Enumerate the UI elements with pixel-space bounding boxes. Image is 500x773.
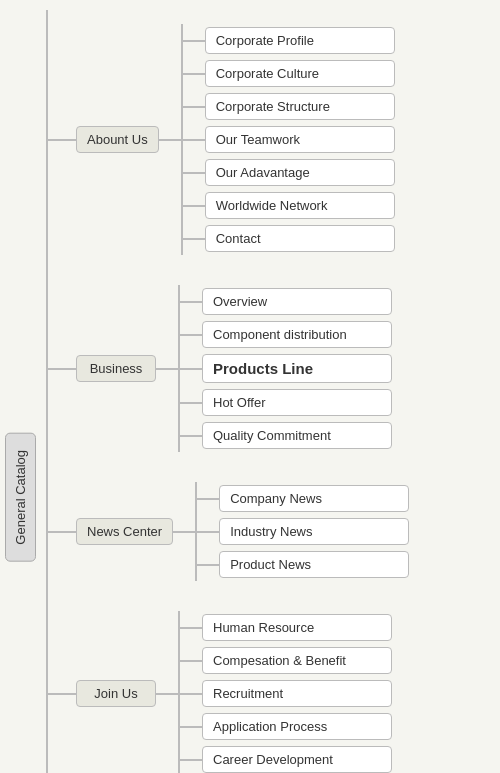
sub-item-label-contact[interactable]: Contact: [205, 225, 395, 252]
sub-item-label-our-teamwork[interactable]: Our Teamwork: [205, 126, 395, 153]
sub-item-row-application-process: Application Process: [180, 713, 392, 740]
sub-item-label-our-advantage[interactable]: Our Adavantage: [205, 159, 395, 186]
h-connector-about-us: [48, 139, 76, 141]
sub-item-label-corporate-structure[interactable]: Corporate Structure: [205, 93, 395, 120]
h-sub-connector-application-process: [180, 726, 202, 728]
section-row-about-us: Abount UsCorporate ProfileCorporate Cult…: [48, 24, 420, 255]
h-sub-connector-overview: [180, 301, 202, 303]
sub-item-row-hot-offer: Hot Offer: [180, 389, 392, 416]
all-sections: Abount UsCorporate ProfileCorporate Cult…: [48, 10, 420, 773]
tree-wrapper: General Catalog Abount UsCorporate Profi…: [5, 10, 495, 773]
sub-item-row-human-resource: Human Resource: [180, 614, 392, 641]
sub-item-row-corporate-profile: Corporate Profile: [183, 27, 395, 54]
root-label[interactable]: General Catalog: [5, 433, 36, 562]
sub-item-row-product-news: Product News: [197, 551, 409, 578]
sub-item-label-corporate-profile[interactable]: Corporate Profile: [205, 27, 395, 54]
h-connector-business: [48, 368, 76, 370]
h-sub-connector-our-advantage: [183, 172, 205, 174]
sub-items-col-about-us: Corporate ProfileCorporate CultureCorpor…: [183, 24, 395, 255]
sub-item-row-quality-commitment: Quality Commitment: [180, 422, 392, 449]
sub-item-row-industry-news: Industry News: [197, 518, 409, 545]
sub-item-label-component-distribution[interactable]: Component distribution: [202, 321, 392, 348]
h-sub-connector-component-distribution: [180, 334, 202, 336]
sub-item-row-recruitment: Recruitment: [180, 680, 392, 707]
section-node-news-center[interactable]: News Center: [76, 518, 173, 545]
h-sub-connector-worldwide-network: [183, 205, 205, 207]
section-gap-1: [48, 458, 420, 476]
h-sub-connector-our-teamwork: [183, 139, 205, 141]
h-connector-news-center: [48, 531, 76, 533]
sub-item-row-contact: Contact: [183, 225, 395, 252]
subtree-about-us: Corporate ProfileCorporate CultureCorpor…: [181, 24, 395, 255]
section-row-business: BusinessOverviewComponent distributionPr…: [48, 285, 420, 452]
sub-item-row-component-distribution: Component distribution: [180, 321, 392, 348]
section-node-business[interactable]: Business: [76, 355, 156, 382]
sub-item-row-products-line: Products Line: [180, 354, 392, 383]
section-gap-0: [48, 261, 420, 279]
sub-item-row-career-development: Career Development: [180, 746, 392, 773]
sub-item-label-product-news[interactable]: Product News: [219, 551, 409, 578]
section-gap-2: [48, 587, 420, 605]
section-node-join-us[interactable]: Join Us: [76, 680, 156, 707]
sub-item-label-quality-commitment[interactable]: Quality Commitment: [202, 422, 392, 449]
sub-items-col-business: OverviewComponent distributionProducts L…: [180, 285, 392, 452]
h-connector-join-us: [48, 693, 76, 695]
h-sub-connector-corporate-culture: [183, 73, 205, 75]
section-node-about-us[interactable]: Abount Us: [76, 126, 159, 153]
h-sub-connector-career-development: [180, 759, 202, 761]
sub-item-row-corporate-culture: Corporate Culture: [183, 60, 395, 87]
h-sub-connector-recruitment: [180, 693, 202, 695]
h-sub-connector-human-resource: [180, 627, 202, 629]
h-sub-connector-corporate-structure: [183, 106, 205, 108]
h-sub-connector-products-line: [180, 368, 202, 370]
sub-item-row-overview: Overview: [180, 288, 392, 315]
sub-item-row-corporate-structure: Corporate Structure: [183, 93, 395, 120]
h-sub-connector-company-news: [197, 498, 219, 500]
subtree-join-us: Human ResourceCompesation & BenefitRecru…: [178, 611, 392, 773]
sub-item-label-corporate-culture[interactable]: Corporate Culture: [205, 60, 395, 87]
h-conn2-news-center: [173, 531, 195, 533]
h-sub-connector-quality-commitment: [180, 435, 202, 437]
sub-item-row-our-teamwork: Our Teamwork: [183, 126, 395, 153]
root-col: General Catalog: [5, 10, 48, 773]
sub-item-label-human-resource[interactable]: Human Resource: [202, 614, 392, 641]
sub-item-row-compensation-benefit: Compesation & Benefit: [180, 647, 392, 674]
h-conn2-join-us: [156, 693, 178, 695]
sub-item-label-worldwide-network[interactable]: Worldwide Network: [205, 192, 395, 219]
sub-item-row-company-news: Company News: [197, 485, 409, 512]
h-sub-connector-hot-offer: [180, 402, 202, 404]
sub-item-label-compensation-benefit[interactable]: Compesation & Benefit: [202, 647, 392, 674]
h-sub-connector-compensation-benefit: [180, 660, 202, 662]
h-sub-connector-product-news: [197, 564, 219, 566]
sub-item-label-application-process[interactable]: Application Process: [202, 713, 392, 740]
sub-item-label-hot-offer[interactable]: Hot Offer: [202, 389, 392, 416]
sub-item-label-company-news[interactable]: Company News: [219, 485, 409, 512]
h-conn2-business: [156, 368, 178, 370]
section-row-news-center: News CenterCompany NewsIndustry NewsProd…: [48, 482, 420, 581]
h-conn2-about-us: [159, 139, 181, 141]
h-sub-connector-contact: [183, 238, 205, 240]
sub-item-label-products-line[interactable]: Products Line: [202, 354, 392, 383]
sub-item-label-career-development[interactable]: Career Development: [202, 746, 392, 773]
subtree-news-center: Company NewsIndustry NewsProduct News: [195, 482, 409, 581]
sub-item-label-industry-news[interactable]: Industry News: [219, 518, 409, 545]
subtree-business: OverviewComponent distributionProducts L…: [178, 285, 392, 452]
h-sub-connector-industry-news: [197, 531, 219, 533]
sub-items-col-news-center: Company NewsIndustry NewsProduct News: [197, 482, 409, 581]
sub-item-row-worldwide-network: Worldwide Network: [183, 192, 395, 219]
section-row-join-us: Join UsHuman ResourceCompesation & Benef…: [48, 611, 420, 773]
sub-item-row-our-advantage: Our Adavantage: [183, 159, 395, 186]
sub-item-label-overview[interactable]: Overview: [202, 288, 392, 315]
h-sub-connector-corporate-profile: [183, 40, 205, 42]
sub-item-label-recruitment[interactable]: Recruitment: [202, 680, 392, 707]
sub-items-col-join-us: Human ResourceCompesation & BenefitRecru…: [180, 611, 392, 773]
